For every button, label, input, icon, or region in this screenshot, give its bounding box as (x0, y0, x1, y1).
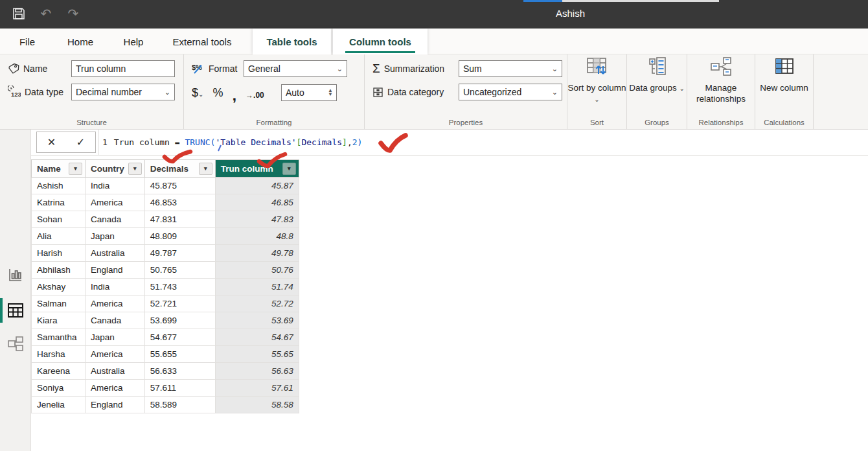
column-header-country[interactable]: Country▾ (86, 160, 145, 178)
table-cell[interactable]: 45.875 (144, 178, 215, 194)
tab-file[interactable]: File (12, 29, 43, 54)
table-cell[interactable]: Australia (86, 363, 145, 380)
table-cell[interactable]: 48.8 (215, 228, 299, 245)
table-cell[interactable]: Harsha (32, 346, 86, 363)
table-cell[interactable]: England (86, 262, 145, 279)
table-cell[interactable]: Kareena (32, 363, 86, 380)
table-cell[interactable]: Abhilash (32, 262, 86, 279)
table-cell[interactable]: 48.809 (144, 228, 215, 245)
table-cell[interactable]: 52.721 (144, 295, 215, 312)
data-type-dropdown[interactable]: Decimal number⌄ (71, 84, 175, 100)
format-dropdown[interactable]: General⌄ (244, 60, 347, 77)
table-cell[interactable]: 57.611 (144, 380, 215, 397)
table-cell[interactable]: India (86, 178, 145, 194)
table-cell[interactable]: 54.677 (144, 329, 215, 346)
column-filter-dropdown-icon[interactable]: ▾ (282, 163, 296, 175)
table-cell[interactable]: Japan (86, 228, 145, 245)
table-cell[interactable]: Jenelia (32, 397, 86, 413)
cancel-formula-button[interactable]: ✕ (37, 132, 66, 152)
manage-relationships-button[interactable]: Manage relationships Relationships (687, 54, 755, 129)
tab-table-tools[interactable]: Table tools (253, 29, 331, 54)
table-cell[interactable]: Soniya (32, 380, 86, 397)
table-cell[interactable]: England (86, 397, 145, 413)
tab-external-tools[interactable]: External tools (162, 29, 242, 54)
table-cell[interactable]: 47.83 (215, 211, 299, 228)
table-cell[interactable]: 50.765 (144, 262, 215, 279)
table-cell[interactable]: 57.61 (215, 380, 299, 397)
summarization-dropdown[interactable]: Sum⌄ (459, 60, 562, 77)
column-filter-dropdown-icon[interactable]: ▾ (199, 163, 212, 175)
sort-by-column-button[interactable]: Sort by column ⌄ Sort (567, 54, 627, 129)
tab-column-tools[interactable]: Column tools (333, 29, 428, 54)
table-cell[interactable]: 46.85 (215, 194, 299, 211)
table-cell[interactable]: India (86, 279, 145, 295)
table-cell[interactable]: Ashish (32, 178, 86, 194)
table-cell[interactable]: Harish (32, 245, 86, 262)
undo-icon[interactable]: ↶ (38, 5, 54, 22)
report-view-button[interactable] (7, 266, 24, 283)
tab-help[interactable]: Help (115, 29, 152, 54)
percent-format-button[interactable]: % (212, 86, 223, 100)
table-cell[interactable]: 53.699 (144, 312, 215, 329)
decimal-places-spinner[interactable]: Auto ▲▼ (281, 84, 337, 101)
table-cell[interactable]: Samantha (32, 329, 86, 346)
column-header-name[interactable]: Name▾ (32, 160, 86, 178)
data-category-dropdown[interactable]: Uncategorized⌄ (459, 84, 562, 100)
table-cell[interactable]: Salman (32, 295, 86, 312)
column-header-label: Trun column (221, 164, 273, 174)
thousands-separator-button[interactable]: , (232, 91, 236, 100)
table-cell[interactable]: 47.831 (144, 211, 215, 228)
table-cell[interactable]: 58.58 (215, 397, 299, 413)
chevron-down-icon: ⌄ (552, 88, 558, 97)
tab-home[interactable]: Home (60, 29, 101, 54)
model-view-button[interactable] (7, 336, 24, 353)
table-cell[interactable]: America (86, 380, 145, 397)
table-cell[interactable]: 45.87 (215, 178, 299, 194)
formula-token: Decimals (301, 137, 342, 147)
formula-input[interactable]: 1 Trun column = TRUNC('Table Decimals'[D… (102, 130, 362, 155)
table-cell[interactable]: 51.74 (215, 279, 299, 295)
table-cell[interactable]: 49.78 (215, 245, 299, 262)
table-cell[interactable]: Canada (86, 211, 145, 228)
table-cell[interactable]: America (86, 295, 145, 312)
table-cell[interactable]: Australia (86, 245, 145, 262)
column-header-trun-column[interactable]: Trun column▾ (215, 160, 299, 178)
table-cell[interactable]: Katrina (32, 194, 86, 211)
table-cell[interactable]: America (86, 194, 145, 211)
table-cell[interactable]: 46.853 (144, 194, 215, 211)
table-cell[interactable]: 55.655 (144, 346, 215, 363)
table-cell[interactable]: Kiara (32, 312, 86, 329)
table-cell[interactable]: 50.76 (215, 262, 299, 279)
table-cell[interactable]: America (86, 346, 145, 363)
spinner-arrows-icon[interactable]: ▲▼ (328, 89, 333, 97)
decimal-places-button[interactable]: →.00 (246, 91, 264, 100)
commit-formula-button[interactable]: ✓ (66, 132, 95, 152)
table-cell[interactable]: 51.743 (144, 279, 215, 295)
table-cell[interactable]: 56.63 (215, 363, 299, 380)
currency-format-button[interactable]: $⌄ (192, 86, 203, 100)
table-cell[interactable]: 55.65 (215, 346, 299, 363)
table-cell[interactable]: 56.633 (144, 363, 215, 380)
table-cell[interactable]: Akshay (32, 279, 86, 295)
data-groups-button[interactable]: Data groups ⌄ Groups (627, 54, 687, 129)
new-column-button[interactable]: New column Calculations (755, 54, 814, 129)
column-filter-dropdown-icon[interactable]: ▾ (128, 163, 142, 175)
table-cell[interactable]: 58.589 (144, 397, 215, 413)
column-filter-dropdown-icon[interactable]: ▾ (69, 163, 82, 175)
table-cell[interactable]: 54.67 (215, 329, 299, 346)
formula-bar[interactable]: ✕ ✓ 1 Trun column = TRUNC('Table Decimal… (31, 130, 868, 156)
table-cell[interactable]: Alia (32, 228, 86, 245)
table-cell[interactable]: Japan (86, 329, 145, 346)
name-input[interactable]: Trun column (71, 60, 175, 77)
table-cell[interactable]: 52.72 (215, 295, 299, 312)
table-cell[interactable]: Sohan (32, 211, 86, 228)
table-cell[interactable]: 49.787 (144, 245, 215, 262)
new-column-label: New column (760, 82, 808, 93)
save-icon[interactable] (10, 5, 27, 22)
data-view-button[interactable] (7, 302, 24, 319)
column-header-decimals[interactable]: Decimals▾ (144, 160, 215, 178)
redo-icon[interactable]: ↷ (65, 5, 82, 22)
new-column-icon (773, 56, 795, 77)
table-cell[interactable]: 53.69 (215, 312, 299, 329)
table-cell[interactable]: Canada (86, 312, 145, 329)
